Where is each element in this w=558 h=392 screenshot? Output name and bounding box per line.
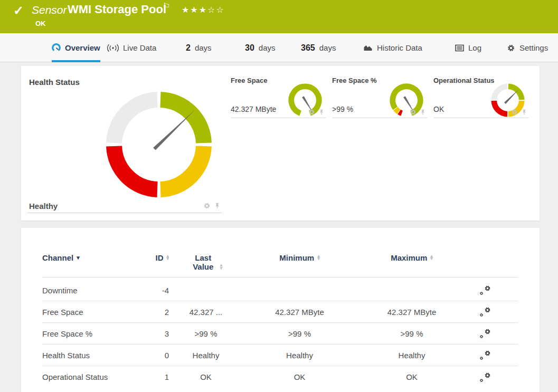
- channel-settings-gears-icon[interactable]: [479, 328, 491, 339]
- sensor-header: ✓ Sensor WMI Storage Pool ⚐ ★★★☆☆ OK: [0, 0, 558, 33]
- gauge-reading: OK: [433, 105, 444, 113]
- status-badge: OK: [35, 20, 46, 27]
- tab-live-data[interactable]: Live Data: [107, 33, 156, 62]
- tab-label: days: [195, 43, 212, 52]
- flag-icon[interactable]: ⚐: [163, 1, 171, 12]
- gear-icon[interactable]: [511, 109, 518, 116]
- tab-label: days: [319, 43, 336, 52]
- object-kind-label: Sensor: [32, 4, 67, 16]
- channel-settings-gears-icon[interactable]: [479, 307, 491, 317]
- channel-settings-gears-icon[interactable]: [479, 372, 491, 383]
- table-row: Health Status 0 Healthy Healthy Healthy: [42, 345, 518, 366]
- gauge-icon: [52, 43, 61, 52]
- tab-label: Log: [468, 43, 481, 52]
- tab-2-days[interactable]: 2 days: [186, 33, 212, 62]
- panel-title: Health Status: [29, 78, 80, 87]
- table-row: Operational Status 1 OK OK OK: [42, 366, 518, 388]
- gauge-needle: [504, 89, 519, 104]
- sort-caret-icon: ▾: [77, 254, 80, 261]
- gear-icon[interactable]: [410, 109, 417, 116]
- pin-icon[interactable]: [318, 109, 325, 116]
- tab-number: 2: [186, 43, 191, 53]
- priority-stars[interactable]: ★★★☆☆: [182, 5, 225, 15]
- tab-log[interactable]: Log: [455, 33, 481, 62]
- health-status-footer: Healthy: [27, 201, 222, 213]
- header-maximum[interactable]: Maximum ▴▾: [356, 253, 467, 262]
- tab-label: Overview: [65, 43, 100, 52]
- channel-name: Operational Status: [42, 372, 143, 381]
- log-list-icon: [455, 44, 464, 52]
- gauges-card: Health Status Healthy Free Space 42.327 …: [21, 66, 540, 221]
- table-row: Downtime -4: [42, 280, 518, 301]
- pin-icon[interactable]: [214, 202, 221, 209]
- tab-label: days: [259, 43, 276, 52]
- channel-settings-gears-icon[interactable]: [479, 285, 491, 295]
- channels-card: Channel ▾ ID ▴▾ Last Value ▴▾ Minimum ▴▾…: [21, 228, 540, 392]
- tab-30-days[interactable]: 30 days: [245, 33, 275, 62]
- panel-title: Operational Status: [433, 77, 495, 84]
- channel-settings-gears-icon[interactable]: [479, 350, 491, 360]
- gear-icon[interactable]: [308, 109, 315, 116]
- active-tab-underline: [52, 60, 100, 62]
- header-last-value[interactable]: Last Value ▴▾: [169, 253, 243, 271]
- status-check-icon: ✓: [13, 3, 24, 18]
- header-channel[interactable]: Channel ▾: [42, 253, 143, 262]
- tab-label: Historic Data: [377, 43, 422, 52]
- operational-status-panel: Operational Status OK: [433, 75, 528, 118]
- tab-historic-data[interactable]: Historic Data: [363, 33, 422, 62]
- tab-bar: Overview Live Data 2 days 30 days 365 da…: [0, 33, 558, 62]
- sensor-title: WMI Storage Pool: [68, 3, 166, 16]
- health-status-panel: Health Status Healthy: [21, 66, 222, 221]
- area-chart-icon: [363, 44, 373, 52]
- health-status-gauge: [103, 89, 214, 200]
- gauge-reading: >99 %: [332, 105, 353, 113]
- panel-title: Free Space %: [332, 77, 377, 84]
- sort-arrows-icon[interactable]: ▴▾: [317, 255, 320, 262]
- sort-arrows-icon[interactable]: ▴▾: [220, 264, 223, 270]
- table-row: Free Space % 3 >99 % >99 % >99 %: [42, 323, 518, 345]
- gear-icon: [507, 44, 515, 52]
- table-row: Free Space 2 42.327 ... 42.327 MByte 42.…: [42, 301, 518, 323]
- tab-number: 365: [301, 43, 315, 53]
- free-space-panel: Free Space 42.327 MByte: [231, 75, 326, 118]
- gear-icon[interactable]: [203, 202, 211, 209]
- table-header-row: Channel ▾ ID ▴▾ Last Value ▴▾ Minimum ▴▾…: [42, 253, 518, 278]
- free-space-pct-panel: Free Space % >99 %: [332, 75, 427, 118]
- channel-name: Free Space: [42, 308, 143, 317]
- tab-label: Live Data: [123, 43, 156, 52]
- pin-icon[interactable]: [420, 109, 426, 116]
- tab-overview[interactable]: Overview: [52, 33, 100, 62]
- sort-arrows-icon[interactable]: ▴▾: [430, 255, 433, 262]
- tab-label: Settings: [519, 43, 548, 52]
- header-minimum[interactable]: Minimum ▴▾: [243, 253, 356, 262]
- pin-icon[interactable]: [521, 109, 527, 116]
- channel-name: Downtime: [42, 286, 143, 295]
- tab-settings[interactable]: Settings: [507, 33, 548, 62]
- live-broadcast-icon: [107, 44, 119, 52]
- gauge-reading: 42.327 MByte: [231, 105, 276, 113]
- channel-name: Free Space %: [42, 329, 143, 338]
- tab-365-days[interactable]: 365 days: [301, 33, 336, 62]
- channel-name: Health Status: [42, 351, 143, 360]
- tab-number: 30: [245, 43, 254, 53]
- channels-table: Channel ▾ ID ▴▾ Last Value ▴▾ Minimum ▴▾…: [42, 253, 518, 388]
- gauge-reading: Healthy: [29, 202, 58, 211]
- gauge-needle: [153, 110, 195, 150]
- panel-title: Free Space: [231, 77, 267, 84]
- header-id[interactable]: ID ▴▾: [143, 253, 169, 262]
